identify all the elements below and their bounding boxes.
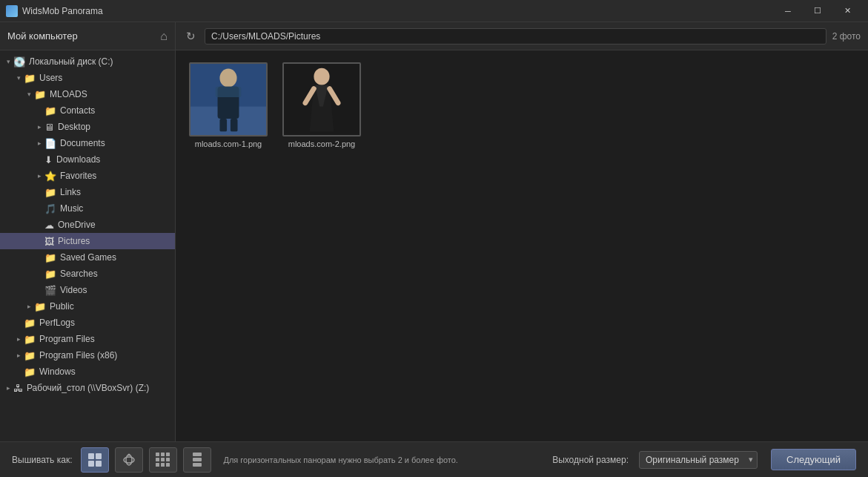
folder-icon: 📁 bbox=[24, 73, 36, 84]
folder-icon: 📁 bbox=[44, 252, 56, 263]
path-bar[interactable]: C:/Users/MLOADS/Pictures bbox=[205, 28, 826, 45]
tree-item-users[interactable]: ▾📁Users bbox=[0, 70, 175, 86]
toolbar: ↻ C:/Users/MLOADS/Pictures 2 фото bbox=[176, 22, 868, 50]
svg-rect-22 bbox=[161, 458, 165, 461]
svg-rect-27 bbox=[193, 453, 202, 456]
tree-item-label: Searches bbox=[60, 269, 98, 279]
tree-item-favorites[interactable]: ▸⭐Favorites bbox=[0, 168, 175, 184]
tree-item-mloads[interactable]: ▾📁MLOADS bbox=[0, 86, 175, 102]
output-select-wrapper: Оригинальный размер1920×10803840×2160Пол… bbox=[639, 451, 758, 469]
onedrive-icon: ☁ bbox=[44, 220, 54, 231]
refresh-button[interactable]: ↻ bbox=[183, 27, 199, 46]
tree-item-label: Public bbox=[50, 301, 74, 312]
file-item[interactable]: mloads.com-1.png bbox=[188, 62, 269, 148]
tree-item-music[interactable]: 🎵Music bbox=[0, 200, 175, 217]
tree-item-label: PerfLogs bbox=[39, 318, 75, 328]
tree-item-programfilesx86[interactable]: ▸📁Program Files (x86) bbox=[0, 347, 175, 363]
tree-item-label: Saved Games bbox=[60, 252, 116, 263]
svg-rect-18 bbox=[156, 453, 159, 456]
tree-arrow: ▸ bbox=[3, 384, 13, 392]
output-size-select[interactable]: Оригинальный размер1920×10803840×2160Пол… bbox=[639, 451, 758, 469]
tree-item-searches[interactable]: 📁Searches bbox=[0, 266, 175, 282]
tree-item-pictures[interactable]: 🖼Pictures bbox=[0, 233, 175, 249]
tree-item-label: Program Files (x86) bbox=[39, 350, 117, 361]
tree-item-label: OneDrive bbox=[58, 220, 96, 230]
app-title: WidsMob Panorama bbox=[22, 6, 773, 16]
stitch-vertical-button[interactable] bbox=[183, 447, 211, 473]
folder-icon: 📁 bbox=[24, 334, 36, 345]
tree-item-label: Windows bbox=[39, 366, 76, 377]
tree-item-label: Рабочий_стол (\\VBoxSvr) (Z:) bbox=[27, 383, 149, 393]
tree-item-label: Downloads bbox=[56, 154, 100, 165]
tree-item-documents[interactable]: ▸📄Documents bbox=[0, 135, 175, 151]
tree-item-network[interactable]: ▸🖧Рабочий_стол (\\VBoxSvr) (Z:) bbox=[0, 380, 175, 396]
tree-arrow: ▸ bbox=[34, 139, 44, 147]
sidebar-title: Мой компьютер bbox=[7, 30, 78, 42]
tree-item-label: Program Files bbox=[39, 334, 95, 344]
folder-icon: 📁 bbox=[24, 350, 36, 361]
titlebar: WidsMob Panorama ─ ☐ ✕ bbox=[0, 0, 868, 22]
tree-arrow: ▸ bbox=[13, 335, 24, 343]
folder-icon: 📁 bbox=[44, 269, 56, 280]
tree-item-savedgames[interactable]: 📁Saved Games bbox=[0, 249, 175, 266]
svg-point-8 bbox=[314, 68, 329, 85]
window-controls: ─ ☐ ✕ bbox=[773, 0, 862, 22]
svg-point-17 bbox=[128, 453, 130, 455]
tree-item-public[interactable]: ▸📁Public bbox=[0, 298, 175, 315]
bottombar: Вышивать как: bbox=[0, 441, 868, 477]
documents-icon: 📄 bbox=[44, 138, 56, 149]
tree-item-windows[interactable]: 📁Windows bbox=[0, 363, 175, 380]
svg-rect-28 bbox=[193, 458, 202, 461]
svg-rect-29 bbox=[193, 463, 202, 467]
stitch-label: Вышивать как: bbox=[12, 455, 72, 465]
hint-text: Для горизонтальных панорам нужно выбрать… bbox=[223, 455, 546, 464]
tree-item-perflogs[interactable]: 📁PerfLogs bbox=[0, 315, 175, 331]
stitch-rotate-button[interactable] bbox=[115, 447, 143, 473]
svg-rect-4 bbox=[216, 87, 242, 97]
svg-rect-26 bbox=[166, 463, 170, 467]
grid-icon bbox=[87, 452, 103, 468]
file-item[interactable]: mloads.com-2.png bbox=[281, 62, 362, 148]
tree-item-programfiles[interactable]: ▸📁Program Files bbox=[0, 331, 175, 347]
tree-item-onedrive[interactable]: ☁OneDrive bbox=[0, 217, 175, 233]
svg-point-15 bbox=[124, 457, 134, 463]
sidebar: Мой компьютер ⌂ ▾💽Локальный диск (C:)▾📁U… bbox=[0, 22, 176, 441]
photo-count: 2 фото bbox=[832, 31, 861, 42]
tree-arrow: ▾ bbox=[13, 74, 24, 82]
tree-item-hdd-c[interactable]: ▾💽Локальный диск (C:) bbox=[0, 53, 175, 70]
folder-icon: 📁 bbox=[44, 105, 56, 116]
downloads-icon: ⬇ bbox=[44, 154, 53, 165]
tree-item-label: MLOADS bbox=[50, 89, 87, 99]
rotate-icon bbox=[121, 452, 137, 468]
tree-item-downloads[interactable]: ⬇Downloads bbox=[0, 151, 175, 168]
file-tree: ▾💽Локальный диск (C:)▾📁Users▾📁MLOADS📁Con… bbox=[0, 50, 175, 399]
svg-rect-19 bbox=[161, 453, 165, 456]
file-grid: mloads.com-1.png bbox=[176, 50, 868, 441]
next-button[interactable]: Следующий bbox=[771, 449, 856, 470]
tree-arrow: ▾ bbox=[24, 91, 34, 98]
folder-icon: 📁 bbox=[24, 366, 36, 378]
favorites-icon: ⭐ bbox=[44, 171, 56, 182]
svg-rect-23 bbox=[166, 458, 170, 461]
tree-item-videos[interactable]: 🎬Videos bbox=[0, 282, 175, 298]
home-icon[interactable]: ⌂ bbox=[160, 30, 168, 43]
output-size-label: Выходной размер: bbox=[552, 455, 629, 465]
tree-arrow: ▸ bbox=[34, 172, 44, 180]
file-name: mloads.com-1.png bbox=[195, 139, 262, 148]
stitch-grid-button[interactable] bbox=[81, 447, 109, 473]
network-icon: 🖧 bbox=[13, 383, 23, 394]
folder-icon: 📁 bbox=[34, 301, 46, 312]
minimize-button[interactable]: ─ bbox=[773, 0, 803, 22]
tree-item-label: Desktop bbox=[58, 122, 90, 132]
app-icon bbox=[6, 5, 18, 17]
maximize-button[interactable]: ☐ bbox=[803, 0, 832, 22]
stitch-4grid-button[interactable] bbox=[149, 447, 177, 473]
tree-item-contacts[interactable]: 📁Contacts bbox=[0, 102, 175, 119]
svg-rect-14 bbox=[96, 461, 102, 467]
tree-item-desktop[interactable]: ▸🖥Desktop bbox=[0, 119, 175, 135]
svg-rect-25 bbox=[161, 463, 165, 467]
tree-item-label: Music bbox=[60, 203, 83, 214]
close-button[interactable]: ✕ bbox=[832, 0, 862, 22]
svg-rect-24 bbox=[156, 463, 159, 467]
tree-item-links[interactable]: 📁Links bbox=[0, 184, 175, 200]
